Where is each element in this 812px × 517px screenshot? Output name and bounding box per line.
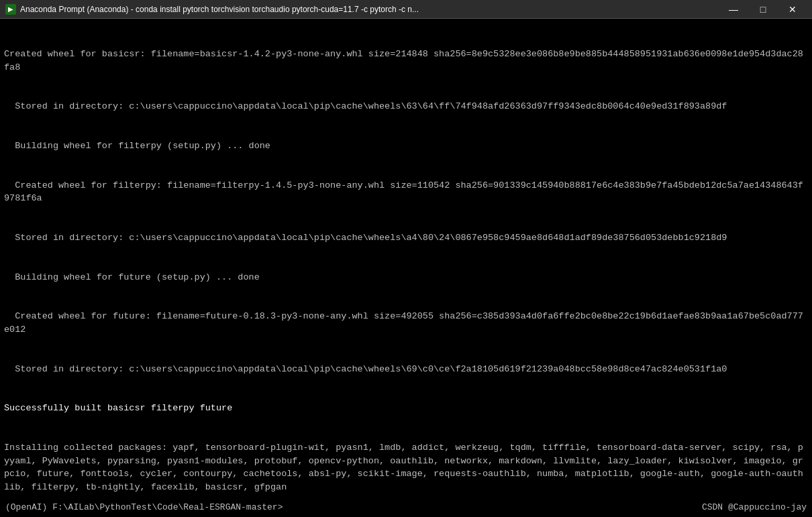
terminal-line-2: Stored in directory: c:\users\cappuccino… [4,100,808,113]
prompt-text[interactable]: (OpenAI) F:\AILab\PythonTest\Code\Real-E… [5,502,283,512]
window: ▶ Anaconda Prompt (Anaconda) - conda ins… [0,0,812,517]
terminal-line-7: Created wheel for future: filename=futur… [4,310,808,336]
title-bar: ▶ Anaconda Prompt (Anaconda) - conda ins… [0,0,812,19]
maximize-button[interactable]: □ [749,0,777,19]
title-bar-text: Anaconda Prompt (Anaconda) - conda insta… [20,5,714,14]
app-icon: ▶ [5,4,16,15]
terminal-line-5: Stored in directory: c:\users\cappuccino… [4,231,808,245]
title-bar-controls: — □ ✕ [719,0,807,19]
close-button[interactable]: ✕ [778,0,807,19]
terminal-body: Created wheel for basicsr: filename=basi… [0,19,812,497]
terminal-line-4: Created wheel for filterpy: filename=fil… [4,179,808,205]
terminal-line-9: Successfully built basicsr filterpy futu… [4,402,808,415]
terminal-line-3: Building wheel for filterpy (setup.py) .… [4,139,808,153]
terminal-line-10: Installing collected packages: yapf, ten… [4,441,808,494]
csdn-credit: CSDN @Cappuccino-jay [702,502,807,512]
terminal-line-6: Building wheel for future (setup.py) ...… [4,271,808,284]
footer-bar: (OpenAI) F:\AILab\PythonTest\Code\Real-E… [0,497,812,517]
terminal-line-8: Stored in directory: c:\users\cappuccino… [4,363,808,376]
terminal-line-1: Created wheel for basicsr: filename=basi… [4,48,808,74]
minimize-button[interactable]: — [719,0,748,19]
